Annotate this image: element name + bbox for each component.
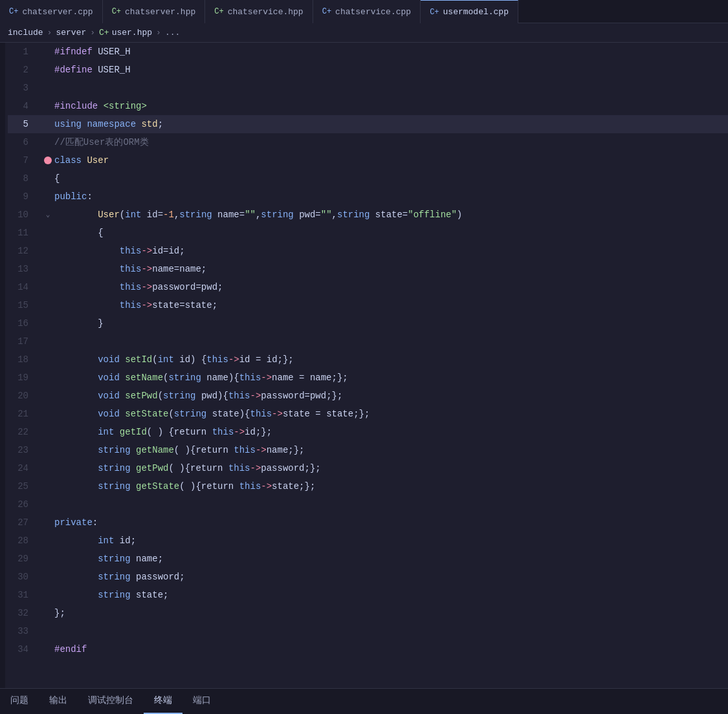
code-line-25: 25 string getState( ){return this->state… bbox=[8, 477, 728, 495]
code-line-9: 9public: bbox=[8, 188, 728, 206]
gutter: ⌄ bbox=[41, 206, 54, 224]
code-line-27: 27private: bbox=[8, 514, 728, 532]
tab-bar: C+ chatserver.cpp C+ chatserver.hpp C+ c… bbox=[0, 0, 728, 23]
code-line-26: 26 bbox=[8, 495, 728, 514]
code-line-29: 29 string name; bbox=[8, 550, 728, 568]
line-code: public: bbox=[54, 188, 728, 206]
line-code: #include <string> bbox=[54, 97, 728, 115]
line-number: 21 bbox=[8, 405, 41, 423]
bottom-tab-问题[interactable]: 问题 bbox=[0, 688, 39, 714]
code-line-23: 23 string getName( ){return this->name;}… bbox=[8, 441, 728, 459]
line-code: void setPwd(string pwd){this->password=p… bbox=[54, 387, 728, 405]
code-line-12: 12 this->id=id; bbox=[8, 242, 728, 260]
line-code: User(int id=-1,string name="",string pwd… bbox=[54, 206, 728, 224]
code-line-7: 7class User bbox=[8, 151, 728, 169]
line-code: this->state=state; bbox=[54, 296, 728, 314]
code-line-1: 1#ifndef USER_H bbox=[8, 43, 728, 61]
code-line-16: 16 } bbox=[8, 314, 728, 332]
tab-chatserver-cpp[interactable]: C+ chatserver.cpp bbox=[0, 0, 103, 23]
breadcrumb-ellipsis: ... bbox=[165, 28, 180, 38]
code-line-30: 30 string password; bbox=[8, 568, 728, 586]
line-code bbox=[54, 332, 728, 351]
breadcrumb-file[interactable]: user.hpp bbox=[112, 28, 152, 38]
cpp-icon: C+ bbox=[322, 7, 331, 16]
fold-arrow-icon[interactable]: ⌄ bbox=[46, 206, 50, 224]
line-number: 32 bbox=[8, 604, 41, 622]
code-line-24: 24 string getPwd( ){return this->passwor… bbox=[8, 459, 728, 477]
tab-label: chatservice.cpp bbox=[335, 7, 411, 17]
code-line-11: 11 { bbox=[8, 224, 728, 242]
line-number: 30 bbox=[8, 568, 41, 586]
code-line-18: 18 void setId(int id) {this->id = id;}; bbox=[8, 351, 728, 369]
tab-label: chatserver.hpp bbox=[125, 7, 195, 17]
sep3: › bbox=[156, 28, 161, 38]
gutter bbox=[41, 157, 54, 164]
line-code: int id; bbox=[54, 532, 728, 550]
code-line-15: 15 this->state=state; bbox=[8, 296, 728, 314]
cpp-icon: C+ bbox=[430, 8, 439, 17]
bottom-panel: 问题输出调试控制台终端端口 bbox=[0, 688, 728, 714]
line-number: 15 bbox=[8, 296, 41, 314]
code-line-21: 21 void setState(string state){this->sta… bbox=[8, 405, 728, 423]
line-number: 12 bbox=[8, 242, 41, 260]
line-code: { bbox=[54, 169, 728, 188]
line-number: 14 bbox=[8, 278, 41, 296]
line-number: 11 bbox=[8, 224, 41, 242]
bottom-tab-终端[interactable]: 终端 bbox=[144, 688, 182, 714]
line-number: 4 bbox=[8, 97, 41, 115]
line-code bbox=[54, 622, 728, 640]
code-line-32: 32}; bbox=[8, 604, 728, 622]
line-code: }; bbox=[54, 604, 728, 622]
code-line-8: 8{ bbox=[8, 169, 728, 188]
line-code: void setId(int id) {this->id = id;}; bbox=[54, 351, 728, 369]
line-code: string getName( ){return this->name;}; bbox=[54, 441, 728, 459]
line-code bbox=[54, 495, 728, 514]
line-code: { bbox=[54, 224, 728, 242]
breadcrumb-server[interactable]: server bbox=[56, 28, 86, 38]
line-code: class User bbox=[54, 151, 728, 169]
line-number: 13 bbox=[8, 260, 41, 278]
bottom-tab-调试控制台[interactable]: 调试控制台 bbox=[78, 688, 144, 714]
tab-label: chatservice.hpp bbox=[228, 7, 303, 17]
line-number: 31 bbox=[8, 586, 41, 604]
line-number: 27 bbox=[8, 514, 41, 532]
code-line-22: 22 int getId( ) {return this->id;}; bbox=[8, 423, 728, 441]
breadcrumb-include[interactable]: include bbox=[8, 28, 43, 38]
line-code: int getId( ) {return this->id;}; bbox=[54, 423, 728, 441]
breadcrumb: include › server › C+ user.hpp › ... bbox=[0, 23, 728, 43]
code-line-13: 13 this->name=name; bbox=[8, 260, 728, 278]
code-line-17: 17 bbox=[8, 332, 728, 351]
line-number: 29 bbox=[8, 550, 41, 568]
breakpoint-icon[interactable] bbox=[44, 157, 52, 164]
line-number: 1 bbox=[8, 43, 41, 61]
tab-chatservice-hpp[interactable]: C+ chatservice.hpp bbox=[205, 0, 313, 23]
line-code: this->id=id; bbox=[54, 242, 728, 260]
line-number: 8 bbox=[8, 169, 41, 188]
line-number: 3 bbox=[8, 79, 41, 97]
tab-chatservice-cpp[interactable]: C+ chatservice.cpp bbox=[313, 0, 421, 23]
bottom-tab-端口[interactable]: 端口 bbox=[182, 688, 221, 714]
line-code: #ifndef USER_H bbox=[54, 43, 728, 61]
tab-label: chatserver.cpp bbox=[22, 7, 93, 17]
line-code: string password; bbox=[54, 568, 728, 586]
code-line-28: 28 int id; bbox=[8, 532, 728, 550]
line-number: 10 bbox=[8, 206, 41, 224]
tab-chatserver-hpp[interactable]: C+ chatserver.hpp bbox=[103, 0, 206, 23]
code-line-3: 3 bbox=[8, 79, 728, 97]
code-line-33: 33 bbox=[8, 622, 728, 640]
line-code: string getPwd( ){return this->password;}… bbox=[54, 459, 728, 477]
hpp-icon: C+ bbox=[214, 7, 223, 16]
line-code: string state; bbox=[54, 586, 728, 604]
line-code: } bbox=[54, 314, 728, 332]
code-line-34: 34#endif bbox=[8, 640, 728, 658]
tab-usermodel-cpp[interactable]: C+ usermodel.cpp bbox=[421, 0, 518, 23]
line-number: 34 bbox=[8, 640, 41, 658]
code-view[interactable]: 1#ifndef USER_H2#define USER_H3 4#includ… bbox=[5, 43, 728, 688]
line-number: 18 bbox=[8, 351, 41, 369]
line-number: 24 bbox=[8, 459, 41, 477]
bottom-tab-输出[interactable]: 输出 bbox=[39, 688, 78, 714]
line-number: 7 bbox=[8, 151, 41, 169]
line-code: #endif bbox=[54, 640, 728, 658]
code-line-2: 2#define USER_H bbox=[8, 61, 728, 79]
line-number: 9 bbox=[8, 188, 41, 206]
